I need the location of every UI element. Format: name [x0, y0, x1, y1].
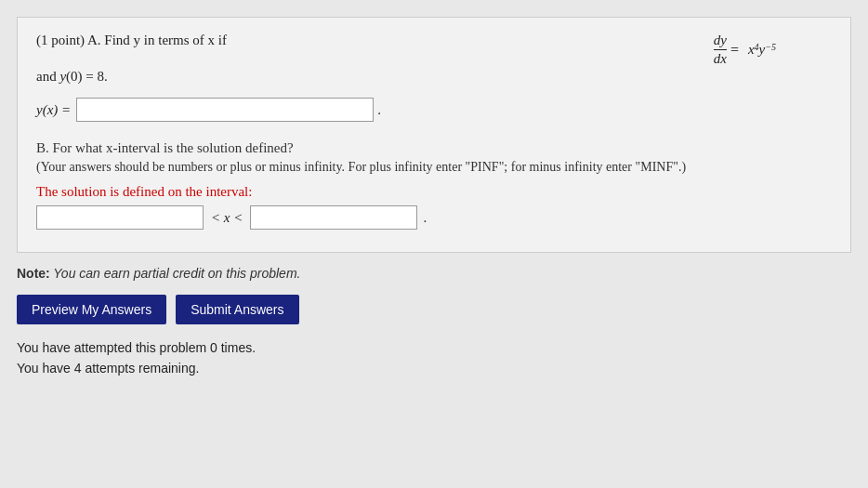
differential-equation: dy dx = x4y−5	[714, 33, 776, 67]
lt-symbol: < x <	[211, 210, 243, 226]
bottom-section: Note: You can earn partial credit on thi…	[0, 266, 868, 396]
initial-condition: and y(0) = 8.	[36, 69, 832, 85]
fraction-numerator: dy	[714, 33, 727, 49]
note-line: Note: You can earn partial credit on thi…	[17, 266, 851, 282]
attempts-line1: You have attempted this problem 0 times.	[17, 337, 851, 358]
attempts-line2: You have 4 attempts remaining.	[17, 358, 851, 378]
equals-sign: =	[730, 42, 739, 59]
interval-right-input[interactable]	[250, 205, 417, 230]
note-bold: Note:	[17, 266, 50, 281]
rhs: x4y−5	[748, 42, 776, 58]
fraction: dy dx	[714, 33, 727, 67]
interval-row: < x < .	[36, 205, 832, 230]
rhs-y-exp: −5	[765, 42, 776, 52]
submit-button[interactable]: Submit Answers	[176, 295, 298, 324]
part-b-title: B. For what x-interval is the solution d…	[36, 140, 832, 156]
buttons-row: Preview My Answers Submit Answers	[17, 295, 851, 324]
problem-box: dy dx = x4y−5 (1 point) A. Find y in ter…	[17, 17, 851, 253]
rhs-x-base: x	[748, 42, 755, 58]
interval-left-input[interactable]	[36, 205, 204, 230]
preview-button[interactable]: Preview My Answers	[17, 295, 166, 324]
problem-title: (1 point) A. Find y in terms of x if	[36, 33, 832, 48]
interval-label: The solution is defined on the interval:	[36, 184, 832, 200]
answer-label: y(x) =	[36, 102, 71, 118]
interval-dot: .	[423, 210, 427, 226]
part-b-note: (Your answers should be numbers or plus …	[36, 160, 832, 175]
answer-row: y(x) = .	[36, 98, 832, 122]
attempts-text: You have attempted this problem 0 times.…	[17, 337, 851, 379]
rhs-y-base: y	[759, 42, 766, 58]
yx-input[interactable]	[76, 98, 374, 122]
fraction-denominator: dx	[714, 49, 727, 67]
answer-dot: .	[377, 102, 381, 118]
note-italic: You can earn partial credit on this prob…	[53, 266, 300, 281]
